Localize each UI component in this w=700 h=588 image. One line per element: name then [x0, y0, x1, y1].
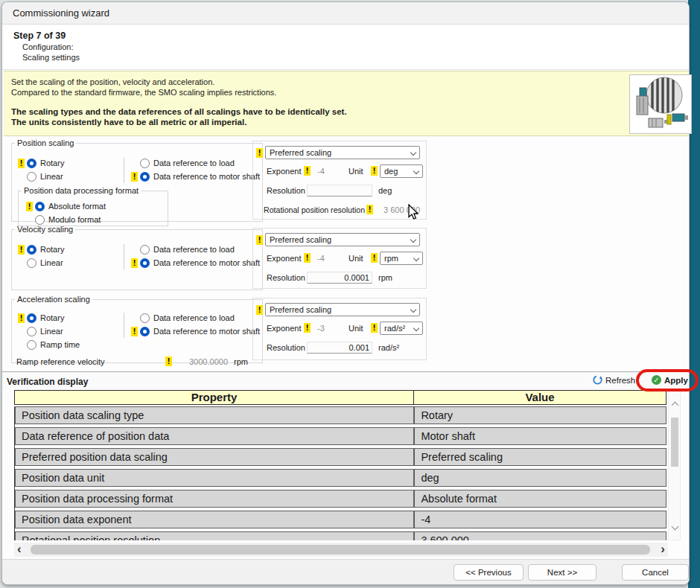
- velocity-exponent-value: -4: [317, 254, 325, 263]
- velocity-rotary-radio[interactable]: ! Rotary: [18, 244, 64, 255]
- position-unit-combo[interactable]: deg: [380, 164, 423, 178]
- velocity-ref-motor-radio[interactable]: ! Data reference to motor shaft: [131, 258, 260, 268]
- horizontal-scrollbar[interactable]: ‹ ›: [14, 543, 668, 557]
- divider: [124, 244, 124, 269]
- previous-button[interactable]: << Previous: [454, 564, 524, 581]
- velocity-linear-radio[interactable]: Linear: [18, 258, 63, 268]
- acceleration-rotary-radio[interactable]: ! Rotary: [18, 313, 64, 323]
- acceleration-scaling-combo[interactable]: Preferred scaling: [265, 303, 420, 316]
- value-cell: Preferred scaling: [414, 448, 666, 466]
- window-title-bar[interactable]: Commissioning wizard: [2, 2, 689, 25]
- table-row[interactable]: Position data processing format Absolute…: [15, 490, 666, 508]
- radio-dot: [140, 258, 150, 268]
- cancel-button[interactable]: Cancel: [622, 564, 689, 581]
- radio-dot: [27, 172, 36, 182]
- scroll-right-icon[interactable]: ›: [661, 542, 665, 556]
- table-row[interactable]: Rotational position resolution 3 600 000: [15, 531, 666, 540]
- radio-dot: [140, 159, 150, 168]
- radio-dot: [27, 327, 36, 336]
- footer-bar: << Previous Next >> Cancel: [2, 559, 689, 584]
- radio-dot: [27, 245, 36, 255]
- velocity-ref-load-radio[interactable]: Data reference to load: [131, 244, 235, 255]
- vertical-scrollbar[interactable]: [668, 390, 681, 540]
- position-rotary-radio[interactable]: ! Rotary: [18, 158, 64, 168]
- radio-label: Rotary: [40, 313, 64, 322]
- property-cell: Preferred position data scaling: [15, 448, 414, 466]
- position-scaling-combo[interactable]: Preferred scaling: [265, 146, 420, 159]
- radio-dot: [35, 202, 45, 211]
- position-ref-motor-radio[interactable]: ! Data reference to motor shaft: [131, 171, 260, 182]
- horizontal-scroll-thumb[interactable]: [31, 545, 650, 555]
- warning-icon: !: [256, 148, 263, 158]
- position-resolution-input[interactable]: [307, 185, 372, 196]
- value-cell: 3 600 000: [414, 531, 666, 540]
- exponent-label: Exponent: [267, 167, 301, 176]
- resolution-label: Resolution: [267, 343, 305, 352]
- exponent-label: Exponent: [267, 254, 301, 263]
- position-format-title: Position data processing format: [22, 186, 141, 195]
- acceleration-unit-combo[interactable]: rad/s²: [380, 322, 423, 335]
- ramp-time-radio[interactable]: Ramp time: [18, 339, 80, 350]
- warning-icon: !: [18, 313, 25, 323]
- radio-label: Data reference to motor shaft: [153, 172, 260, 181]
- verification-table-rows: Position data scaling type Rotary Data r…: [14, 406, 666, 540]
- velocity-unit-combo[interactable]: rpm: [380, 252, 423, 265]
- table-row[interactable]: Data reference of position data Motor sh…: [15, 427, 666, 445]
- radio-label: Data reference to motor shaft: [153, 258, 260, 267]
- combo-value: rpm: [384, 254, 398, 263]
- unit-label: Unit: [349, 324, 363, 333]
- info-line-2: Compared to the standard firmware, the S…: [11, 88, 681, 98]
- property-cell: Rotational position resolution: [15, 531, 414, 540]
- table-row[interactable]: Position data scaling type Rotary: [15, 406, 666, 424]
- value-cell: -4: [414, 511, 666, 528]
- table-row[interactable]: Position data unit deg: [15, 469, 666, 487]
- radio-dot: [140, 327, 150, 336]
- warning-icon: !: [371, 253, 378, 263]
- acceleration-ref-motor-radio[interactable]: ! Data reference to motor shaft: [131, 326, 260, 336]
- warning-icon: !: [366, 205, 373, 214]
- position-ref-load-radio[interactable]: Data reference to load: [131, 158, 235, 168]
- radio-dot: [27, 258, 36, 268]
- next-button[interactable]: Next >>: [528, 564, 596, 581]
- warning-icon: !: [256, 305, 263, 315]
- warning-icon: !: [131, 172, 138, 182]
- velocity-scaling-combo[interactable]: Preferred scaling: [265, 233, 420, 246]
- radio-dot: [35, 215, 45, 225]
- table-row[interactable]: Position data exponent -4: [15, 511, 666, 528]
- velocity-scaling-title: Velocity scaling: [15, 225, 75, 234]
- warning-icon: !: [18, 245, 25, 255]
- warning-icon: !: [131, 258, 138, 268]
- velocity-resolution-input[interactable]: [307, 272, 372, 284]
- scroll-up-icon[interactable]: [672, 402, 679, 409]
- column-header-property: Property: [14, 390, 414, 405]
- property-cell: Position data unit: [15, 469, 414, 487]
- acceleration-scaling-title: Acceleration scaling: [15, 295, 92, 304]
- apply-button[interactable]: ✓ Apply: [652, 375, 688, 385]
- info-line-1: Set the scaling of the position, velocit…: [11, 77, 681, 88]
- warning-icon: !: [371, 323, 378, 333]
- radio-label: Rotary: [40, 159, 64, 167]
- radio-dot: [27, 159, 36, 168]
- modulo-format-radio[interactable]: Modulo format: [26, 214, 101, 225]
- warning-icon: !: [304, 323, 311, 333]
- acceleration-linear-radio[interactable]: Linear: [18, 326, 63, 336]
- scroll-down-icon[interactable]: [672, 523, 679, 531]
- absolute-format-radio[interactable]: ! Absolute format: [26, 201, 106, 211]
- warning-icon: !: [304, 166, 311, 176]
- radio-label: Data reference to motor shaft: [153, 327, 260, 336]
- step-header: Step 7 of 39 Configuration: Scaling sett…: [2, 25, 689, 70]
- table-row[interactable]: Preferred position data scaling Preferre…: [15, 448, 666, 466]
- radio-label: Modulo format: [48, 215, 101, 224]
- radio-label: Data reference to load: [153, 245, 235, 254]
- verification-header: Verification display Refresh ✓ Apply: [2, 371, 689, 390]
- value-cell: deg: [414, 469, 666, 487]
- chevron-down-icon: [410, 237, 416, 243]
- radio-dot: [27, 313, 36, 323]
- vertical-scroll-thumb[interactable]: [671, 418, 678, 467]
- acceleration-ref-load-radio[interactable]: Data reference to load: [131, 313, 235, 323]
- refresh-button[interactable]: Refresh: [593, 375, 635, 385]
- scroll-left-icon[interactable]: ‹: [17, 542, 22, 556]
- position-linear-radio[interactable]: Linear: [18, 171, 63, 182]
- acceleration-resolution-input[interactable]: [307, 342, 372, 354]
- warning-icon: !: [131, 327, 138, 336]
